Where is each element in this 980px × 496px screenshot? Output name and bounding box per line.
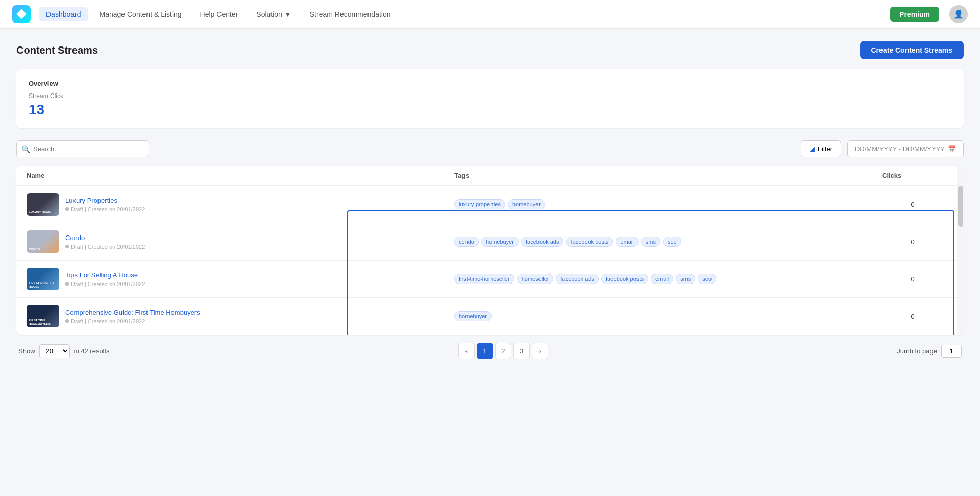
table-row: FIRST TIME HOMEBUYERSComprehensive Guide… xyxy=(16,298,964,335)
clicks-cell: 0 xyxy=(882,313,943,320)
tag: homeseller xyxy=(517,274,554,284)
page-2-button[interactable]: 2 xyxy=(495,343,511,359)
tag: luxury-properties xyxy=(454,199,505,209)
chevron-down-icon: ▼ xyxy=(284,10,291,18)
table-body: LUXURY HOMELuxury Properties Draft | Cre… xyxy=(16,186,964,335)
tag: seo xyxy=(698,274,716,284)
filter-button[interactable]: ◢ Filter xyxy=(801,140,841,157)
pagination-nav: ‹ 1 2 3 › xyxy=(458,343,548,359)
nav-item-dashboard[interactable]: Dashboard xyxy=(39,7,88,21)
scroll-thumb xyxy=(958,186,963,227)
page-3-button[interactable]: 3 xyxy=(513,343,530,359)
table-scrollbar[interactable] xyxy=(957,166,964,335)
col-name: Name xyxy=(27,172,454,179)
tag: seo xyxy=(663,237,681,247)
page-title: Content Streams xyxy=(16,44,98,56)
col-clicks: Clicks xyxy=(882,172,943,179)
date-value: DD/MM/YYYY - DD/MM/YYYY xyxy=(855,145,945,153)
tag: sms xyxy=(676,274,695,284)
overview-label: Overview xyxy=(29,80,951,87)
thumb-label: FIRST TIME HOMEBUYERS xyxy=(29,319,59,326)
row-name[interactable]: Condo xyxy=(65,234,145,242)
row-thumbnail: TIPS FOR SELL A HOUSE xyxy=(27,268,59,290)
row-thumbnail: LUXURY HOME xyxy=(27,193,59,216)
content-table: Name Tags Clicks LUXURY HOMELuxury Prope… xyxy=(16,166,964,335)
row-thumbnail: CONDO xyxy=(27,230,59,253)
show-label: Show xyxy=(18,347,35,355)
row-name-cell: LUXURY HOMELuxury Properties Draft | Cre… xyxy=(27,193,454,216)
table-row: CONDOCondo Draft | Created on 20/01/2022… xyxy=(16,223,964,261)
results-text: in 42 results xyxy=(74,347,110,355)
search-icon: 🔍 xyxy=(21,145,30,153)
toolbar: 🔍 ◢ Filter DD/MM/YYYY - DD/MM/YYYY 📅 xyxy=(16,140,964,157)
filter-label: Filter xyxy=(818,145,832,153)
tag: facebook ads xyxy=(556,274,598,284)
page-prev-button[interactable]: ‹ xyxy=(458,343,475,359)
row-name-cell: FIRST TIME HOMEBUYERSComprehensive Guide… xyxy=(27,305,454,327)
tag: facebook ads xyxy=(521,237,564,247)
thumb-label: TIPS FOR SELL A HOUSE xyxy=(29,281,59,289)
jump-input[interactable] xyxy=(941,345,962,358)
row-meta: Draft | Created on 20/01/2022 xyxy=(65,281,145,287)
stream-click-value: 13 xyxy=(29,102,951,118)
nav-item-manage[interactable]: Manage Content & Listing xyxy=(92,7,189,21)
status-dot xyxy=(65,207,69,211)
tag: facebook posts xyxy=(566,237,613,247)
row-meta: Draft | Created on 20/01/2022 xyxy=(65,244,145,250)
clicks-cell: 0 xyxy=(882,238,943,246)
clicks-cell: 0 xyxy=(882,275,943,283)
search-wrap: 🔍 xyxy=(16,140,149,157)
table-row: LUXURY HOMELuxury Properties Draft | Cre… xyxy=(16,186,964,223)
thumb-label: CONDO xyxy=(29,248,40,251)
status-dot xyxy=(65,319,69,323)
tag: email xyxy=(651,274,673,284)
calendar-icon: 📅 xyxy=(948,145,956,153)
row-meta: Draft | Created on 20/01/2022 xyxy=(65,318,200,324)
jump-label: Jumb to page xyxy=(897,347,937,355)
page-header: Content Streams Create Content Streams xyxy=(16,41,964,59)
stream-click-label: Stream Click xyxy=(29,92,951,100)
tags-cell: first-time-homesellerhomesellerfacebook … xyxy=(454,274,882,284)
app-logo xyxy=(12,5,31,23)
date-picker-button[interactable]: DD/MM/YYYY - DD/MM/YYYY 📅 xyxy=(847,140,964,157)
row-thumbnail: FIRST TIME HOMEBUYERS xyxy=(27,305,59,327)
status-dot xyxy=(65,245,69,248)
tags-cell: condohomebuyerfacebook adsfacebook posts… xyxy=(454,237,882,247)
tag: homebuyer xyxy=(508,199,545,209)
nav-item-stream[interactable]: Stream Recommendation xyxy=(303,7,398,21)
show-select-wrap: Show 20 50 100 in 42 results xyxy=(18,344,110,358)
tag: homebuyer xyxy=(481,237,519,247)
jump-wrap: Jumb to page xyxy=(897,345,962,358)
row-name[interactable]: Luxury Properties xyxy=(65,197,145,204)
filter-icon: ◢ xyxy=(810,145,815,153)
page-1-button[interactable]: 1 xyxy=(477,343,493,359)
create-content-streams-button[interactable]: Create Content Streams xyxy=(860,41,964,59)
overview-card: Overview Stream Click 13 xyxy=(16,69,964,128)
tags-cell: luxury-propertieshomebuyer xyxy=(454,199,882,209)
main-content: Content Streams Create Content Streams O… xyxy=(0,29,980,371)
navbar: Dashboard Manage Content & Listing Help … xyxy=(0,0,980,29)
search-input[interactable] xyxy=(16,140,149,157)
row-name[interactable]: Tips For Selling A House xyxy=(65,271,145,279)
table-header: Name Tags Clicks xyxy=(16,166,964,186)
tag: homebuyer xyxy=(454,311,492,321)
toolbar-right: ◢ Filter DD/MM/YYYY - DD/MM/YYYY 📅 xyxy=(801,140,964,157)
tag: sms xyxy=(641,237,660,247)
row-name[interactable]: Comprehensive Guide: First Time Hombuyer… xyxy=(65,309,200,316)
avatar[interactable]: 👤 xyxy=(949,5,968,23)
tags-cell: homebuyer xyxy=(454,311,882,321)
col-scroll-spacer xyxy=(943,172,953,179)
nav-item-help[interactable]: Help Center xyxy=(193,7,246,21)
nav-item-solution[interactable]: Solution ▼ xyxy=(249,7,298,21)
tag: first-time-homeseller xyxy=(454,274,514,284)
thumb-label: LUXURY HOME xyxy=(29,210,51,214)
tag: email xyxy=(616,237,638,247)
row-meta: Draft | Created on 20/01/2022 xyxy=(65,206,145,212)
tag: facebook posts xyxy=(601,274,648,284)
pagination-bar: Show 20 50 100 in 42 results ‹ 1 2 3 › J… xyxy=(16,343,964,359)
show-select[interactable]: 20 50 100 xyxy=(39,344,70,358)
row-name-cell: TIPS FOR SELL A HOUSETips For Selling A … xyxy=(27,268,454,290)
page-next-button[interactable]: › xyxy=(532,343,548,359)
table-row: TIPS FOR SELL A HOUSETips For Selling A … xyxy=(16,261,964,298)
premium-button[interactable]: Premium xyxy=(890,7,939,22)
